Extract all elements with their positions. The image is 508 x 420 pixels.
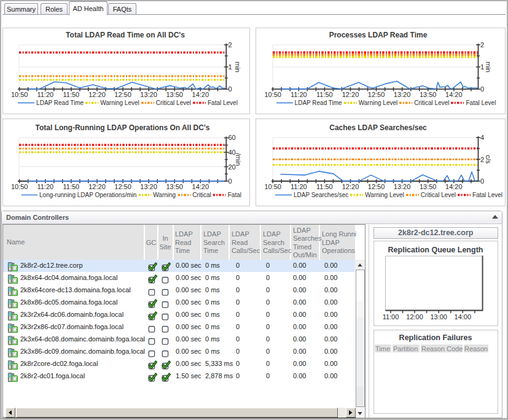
svg-text:14:00: 14:00 <box>455 313 472 321</box>
svg-text:13:00: 13:00 <box>430 313 447 321</box>
svg-text:11:00: 11:00 <box>383 313 399 321</box>
svg-text:12:00: 12:00 <box>406 313 423 321</box>
